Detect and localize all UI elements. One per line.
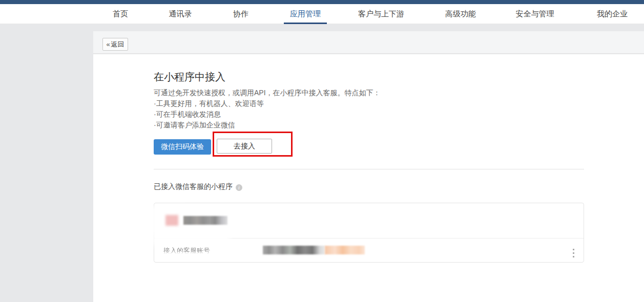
tab-contacts[interactable]: 通讯录 xyxy=(163,4,198,24)
top-bar xyxy=(0,0,644,4)
kebab-dot xyxy=(573,249,574,250)
kebab-dot xyxy=(573,256,574,257)
back-chevron-icon: « xyxy=(106,40,110,48)
wechat-scan-experience-button[interactable]: 微信扫码体验 xyxy=(154,139,211,155)
tab-my-company[interactable]: 我的企业 xyxy=(591,4,634,24)
redacted-app-name xyxy=(183,216,227,225)
redacted-account-extra xyxy=(325,246,365,254)
connected-account-label: 接入的客服账号 xyxy=(163,246,210,255)
tab-advanced-features[interactable]: 高级功能 xyxy=(439,4,482,24)
redacted-app-icon xyxy=(165,215,178,226)
feature-list: ·工具更好用，有机器人、欢迎语等 ·可在手机端收发消息 ·可邀请客户添加企业微信 xyxy=(154,98,264,131)
back-button-label: 返回 xyxy=(111,40,124,48)
redacted-account-name xyxy=(263,246,325,254)
section-title-text: 已接入微信客服的小程序 xyxy=(154,182,233,190)
miniprogram-card: 接入的客服账号 xyxy=(154,203,584,263)
section-divider xyxy=(154,169,584,169)
more-actions-icon[interactable] xyxy=(569,248,577,258)
kebab-dot xyxy=(573,252,574,254)
back-button[interactable]: «返回 xyxy=(102,38,128,51)
page-title: 在小程序中接入 xyxy=(154,70,225,84)
tab-collaboration[interactable]: 协作 xyxy=(227,4,255,24)
connected-miniprogram-section-title: 已接入微信客服的小程序i xyxy=(154,182,242,191)
feature-item: ·可在手机端收发消息 xyxy=(154,109,264,120)
go-connect-button[interactable]: 去接入 xyxy=(217,139,272,154)
tab-app-management[interactable]: 应用管理 xyxy=(284,4,327,24)
feature-item: ·可邀请客户添加企业微信 xyxy=(154,120,264,131)
tab-customers-upstream[interactable]: 客户与上下游 xyxy=(352,4,410,24)
info-icon[interactable]: i xyxy=(236,184,242,191)
tab-home[interactable]: 首页 xyxy=(107,4,134,24)
feature-item: ·工具更好用，有机器人、欢迎语等 xyxy=(154,98,264,109)
tab-security-management[interactable]: 安全与管理 xyxy=(510,4,560,24)
panel-header xyxy=(93,31,644,54)
blur-halo xyxy=(152,232,230,245)
page: 首页 通讯录 协作 应用管理 客户与上下游 高级功能 安全与管理 我的企业 «返… xyxy=(0,0,644,302)
main-nav: 首页 通讯录 协作 应用管理 客户与上下游 高级功能 安全与管理 我的企业 xyxy=(0,4,644,24)
page-description: 可通过免开发快速授权，或调用API，在小程序中接入客服。特点如下： xyxy=(154,88,381,98)
